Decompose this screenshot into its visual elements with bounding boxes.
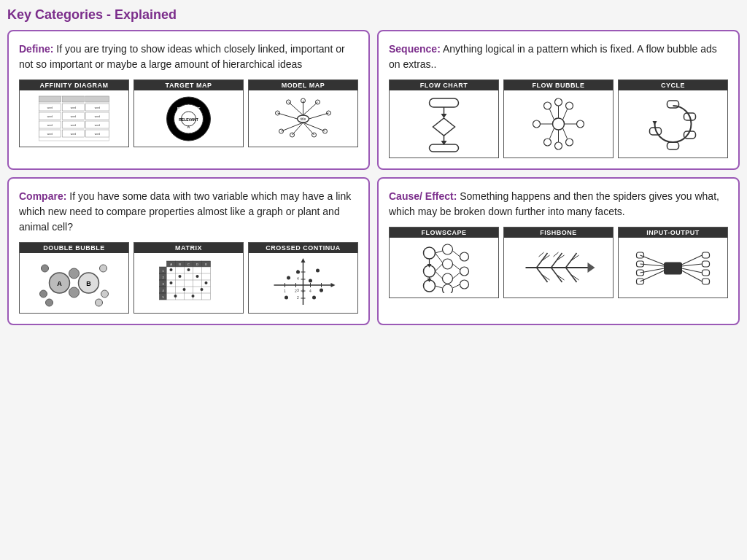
affinity-label: AFFINITY DIAGRAM [20, 80, 128, 90]
svg-line-193 [566, 268, 577, 282]
svg-point-161 [312, 296, 316, 300]
causeeffect-diagrams: FLOWSCAPE [389, 227, 728, 298]
svg-text:word: word [71, 124, 77, 127]
crossedcontinua-box: CROSSED CONTINUA 1 [248, 242, 358, 314]
flowchart-content [390, 90, 498, 158]
svg-point-170 [460, 252, 469, 261]
svg-line-192 [551, 268, 562, 282]
define-diagrams: AFFINITY DIAGRAM word word [19, 79, 358, 147]
svg-rect-1 [39, 96, 61, 102]
svg-point-64 [566, 102, 573, 109]
svg-point-132 [201, 288, 204, 291]
svg-text:B: B [179, 262, 181, 266]
svg-rect-82 [667, 142, 679, 149]
svg-point-167 [443, 259, 453, 269]
doublebubble-label: DOUBLE BUBBLE [20, 243, 128, 253]
crossedcontinua-svg: 1 2 3 4 5 2 3 4 5 [253, 257, 353, 308]
svg-point-169 [443, 284, 453, 293]
inputoutput-label: INPUT-OUTPUT [619, 228, 727, 238]
svg-text:4: 4 [297, 276, 299, 281]
svg-text:word: word [95, 124, 101, 127]
svg-line-174 [436, 253, 443, 262]
svg-point-62 [544, 102, 551, 109]
svg-line-189 [551, 253, 562, 268]
svg-line-72 [563, 109, 568, 120]
svg-line-180 [453, 273, 460, 279]
svg-line-190 [566, 253, 577, 268]
svg-line-44 [278, 113, 298, 119]
svg-line-181 [453, 284, 460, 288]
svg-point-127 [179, 275, 182, 278]
svg-text:D: D [196, 262, 198, 266]
define-card: Define: If you are trying to show ideas … [7, 30, 370, 170]
svg-point-172 [460, 280, 469, 289]
causeeffect-label: Cause/ Effect: [389, 190, 457, 202]
fishbone-box: FISHBONE [503, 227, 614, 298]
affinity-diagram-box: AFFINITY DIAGRAM word word [19, 79, 129, 147]
flowscape-box: FLOWSCAPE [389, 227, 499, 298]
svg-point-66 [555, 142, 562, 149]
svg-point-67 [566, 139, 573, 146]
svg-line-39 [282, 122, 303, 131]
flowchart-svg [394, 95, 494, 153]
flowbubble-box: FLOW BUBBLE [503, 79, 614, 158]
svg-rect-3 [86, 96, 109, 102]
svg-point-90 [42, 265, 49, 272]
svg-line-43 [309, 113, 329, 119]
flowchart-label: FLOW CHART [390, 80, 498, 90]
compare-label: Compare: [19, 190, 66, 202]
svg-point-69 [577, 120, 584, 128]
cycle-label: CYCLE [619, 80, 727, 90]
svg-rect-218 [703, 279, 710, 284]
flowscape-label: FLOWSCAPE [390, 228, 498, 238]
svg-text:word: word [47, 133, 53, 136]
svg-point-131 [183, 288, 186, 291]
svg-text:word: word [47, 106, 53, 109]
svg-point-92 [46, 299, 53, 306]
svg-point-61 [553, 118, 565, 130]
flowbubble-content [504, 90, 613, 158]
svg-line-197 [554, 252, 559, 257]
svg-line-178 [453, 251, 460, 257]
main-grid: Define: If you are trying to show ideas … [7, 30, 740, 325]
svg-point-129 [170, 281, 173, 284]
svg-line-42 [303, 122, 325, 131]
fishbone-content [504, 238, 613, 298]
svg-text:title: title [301, 117, 306, 121]
svg-text:1: 1 [284, 289, 286, 293]
causeeffect-card: Cause/ Effect: Something happens and the… [377, 177, 740, 325]
svg-line-191 [537, 268, 548, 282]
svg-rect-54 [430, 98, 459, 107]
matrix-svg: A B C D E 1 2 3 4 [139, 257, 239, 308]
matrix-content: A B C D E 1 2 3 4 [134, 253, 243, 313]
svg-text:C: C [187, 262, 190, 266]
flowscape-content [390, 238, 498, 298]
inputoutput-content [619, 238, 727, 298]
model-map-content: title [249, 90, 357, 147]
svg-line-75 [563, 128, 568, 139]
svg-point-94 [101, 290, 109, 298]
affinity-svg: word word word word word word [24, 95, 124, 142]
svg-line-36 [289, 102, 303, 115]
compare-text: Compare: If you have some data with two … [19, 189, 358, 235]
doublebubble-content: A B [20, 253, 128, 313]
doublebubble-box: DOUBLE BUBBLE A B [19, 242, 129, 314]
fishbone-label: FISHBONE [504, 228, 613, 238]
svg-text:A: A [170, 262, 172, 266]
cycle-box: CYCLE [618, 79, 728, 158]
flowchart-box: FLOW CHART [389, 79, 499, 158]
svg-line-173 [436, 251, 443, 253]
svg-rect-216 [703, 261, 710, 267]
svg-line-38 [303, 102, 318, 115]
model-map-label: MODEL MAP [249, 80, 357, 90]
svg-point-65 [544, 139, 551, 146]
svg-marker-78 [653, 121, 657, 125]
svg-text:A: A [57, 280, 62, 287]
svg-text:B: B [86, 280, 91, 287]
svg-marker-138 [301, 258, 306, 262]
svg-point-171 [460, 267, 469, 276]
compare-diagrams: DOUBLE BUBBLE A B [19, 242, 358, 314]
svg-rect-60 [430, 144, 459, 152]
sequence-diagrams: FLOW CHART [389, 79, 728, 158]
svg-line-188 [537, 253, 548, 268]
